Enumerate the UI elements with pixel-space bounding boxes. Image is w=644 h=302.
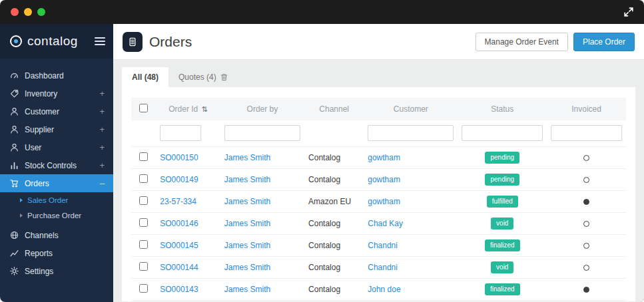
sidebar-item-label: Channels xyxy=(25,231,59,240)
status-badge: pending xyxy=(485,174,519,186)
orders-table: Order Id ⇅ Order by Channel Customer Sta… xyxy=(131,98,626,301)
sidebar-item-reports[interactable]: Reports xyxy=(0,244,113,262)
order-id-link[interactable]: SO000145 xyxy=(160,241,198,250)
sidebar-item-user[interactable]: User + xyxy=(0,138,113,156)
stock-controls-icon xyxy=(10,161,19,170)
customer-link[interactable]: Chandni xyxy=(368,263,398,272)
channel-cell: Amazon EU xyxy=(304,191,364,213)
expand-indicator: + xyxy=(99,124,105,134)
status-filter-input[interactable] xyxy=(462,125,543,141)
sidebar-item-inventory[interactable]: Inventory + xyxy=(0,84,113,102)
status-badge: void xyxy=(491,261,513,273)
caret-icon xyxy=(20,198,23,202)
table-row: 23-57-334 James Smith Amazon EU gowtham … xyxy=(131,191,626,213)
app-window: contalog Dashboard xyxy=(0,0,644,302)
sidebar-item-dashboard[interactable]: Dashboard xyxy=(0,67,113,84)
settings-icon xyxy=(10,267,19,275)
customer-link[interactable]: gowtham xyxy=(368,197,400,206)
sort-icon[interactable]: ⇅ xyxy=(202,105,208,113)
row-checkbox[interactable] xyxy=(139,174,148,183)
row-checkbox[interactable] xyxy=(139,196,148,205)
row-checkbox[interactable] xyxy=(139,262,148,271)
sidebar-item-sales-order[interactable]: Sales Order xyxy=(0,192,113,208)
channel-cell: Contalog xyxy=(304,301,364,302)
order-by-link[interactable]: James Smith xyxy=(224,241,270,250)
channel-cell: Contalog xyxy=(304,147,364,169)
order-by-link[interactable]: James Smith xyxy=(224,175,270,184)
sidebar-item-orders[interactable]: Orders – xyxy=(0,174,113,192)
order-by-link[interactable]: James Smith xyxy=(224,153,270,162)
channels-icon xyxy=(10,231,19,239)
channel-cell: Contalog xyxy=(304,235,364,257)
sidebar-item-settings[interactable]: Settings xyxy=(0,262,113,280)
minimize-window-icon[interactable] xyxy=(24,8,32,16)
order-id-link[interactable]: SO000146 xyxy=(160,219,198,228)
column-invoiced: Invoiced xyxy=(571,104,601,114)
row-checkbox[interactable] xyxy=(139,240,148,249)
sidebar-item-channels[interactable]: Channels xyxy=(0,226,113,244)
order-by-link[interactable]: James Smith xyxy=(224,219,270,228)
supplier-icon xyxy=(10,125,19,134)
invoiced-filter-input[interactable] xyxy=(551,125,622,141)
order-by-link[interactable]: James Smith xyxy=(224,197,270,206)
order-by-link[interactable]: James Smith xyxy=(224,285,270,294)
logo[interactable]: contalog xyxy=(0,24,113,59)
order-id-link[interactable]: SO000149 xyxy=(160,175,198,184)
place-order-button[interactable]: Place Order xyxy=(573,33,635,51)
customer-filter-input[interactable] xyxy=(368,125,454,141)
sidebar-item-label: User xyxy=(25,143,41,152)
customer-link[interactable]: Chad Kay xyxy=(368,219,403,228)
sidebar-item-label: Stock Controls xyxy=(25,161,77,170)
sidebar-item-purchase-order[interactable]: Purchase Order xyxy=(0,208,113,223)
trash-icon[interactable] xyxy=(220,73,228,81)
channel-cell: Contalog xyxy=(304,169,364,191)
order-by-link[interactable]: James Smith xyxy=(224,263,270,272)
order-id-link[interactable]: 23-57-334 xyxy=(160,197,196,206)
tab-all-label: All (48) xyxy=(132,73,159,82)
invoiced-icon xyxy=(583,243,589,249)
orders-page-icon xyxy=(123,32,143,52)
sidebar: contalog Dashboard xyxy=(0,24,113,302)
customer-link[interactable]: John doe xyxy=(368,285,400,294)
invoiced-icon xyxy=(583,265,589,271)
inventory-icon xyxy=(10,89,19,98)
sidebar-item-customer[interactable]: Customer + xyxy=(0,102,113,120)
submenu-item-label: Sales Order xyxy=(27,196,68,204)
manage-order-event-button[interactable]: Manage Order Event xyxy=(476,33,568,51)
order-id-link[interactable]: SO000144 xyxy=(160,263,198,272)
status-badge: void xyxy=(491,218,513,229)
customer-link[interactable]: gowtham xyxy=(368,175,400,184)
tab-quotes[interactable]: Quotes (4) xyxy=(168,67,238,87)
table-row: SO000144 James Smith Contalog Chandni vo… xyxy=(131,257,626,279)
page-title: Orders xyxy=(149,34,192,50)
invoiced-icon xyxy=(583,177,589,183)
tab-quotes-label: Quotes (4) xyxy=(178,73,216,82)
close-window-icon[interactable] xyxy=(11,8,19,16)
customer-link[interactable]: gowtham xyxy=(368,153,400,162)
order-id-link[interactable]: SO000150 xyxy=(160,153,198,162)
customer-link[interactable]: Chandni xyxy=(368,241,398,250)
filter-row xyxy=(131,120,626,147)
table-row: SO000123 James Smith Contalog John quote xyxy=(131,301,626,302)
row-checkbox[interactable] xyxy=(139,218,148,227)
table-row: SO000146 James Smith Contalog Chad Kay v… xyxy=(131,213,626,235)
sidebar-item-stock-controls[interactable]: Stock Controls + xyxy=(0,156,113,174)
menu-toggle-icon[interactable] xyxy=(95,35,105,47)
row-checkbox[interactable] xyxy=(139,152,148,161)
sidebar-menu: Dashboard Inventory + xyxy=(0,59,113,280)
order-id-filter-input[interactable] xyxy=(160,125,201,141)
expand-indicator: + xyxy=(99,160,105,170)
tab-all[interactable]: All (48) xyxy=(122,67,168,87)
column-order-by: Order by xyxy=(247,104,278,114)
zoom-window-icon[interactable] xyxy=(37,8,45,16)
order-by-filter-input[interactable] xyxy=(224,125,300,141)
channel-cell: Contalog xyxy=(304,279,364,301)
order-id-link[interactable]: SO000143 xyxy=(160,285,198,294)
sidebar-item-label: Supplier xyxy=(25,125,54,134)
row-checkbox[interactable] xyxy=(139,284,148,293)
expand-icon[interactable] xyxy=(624,7,633,17)
select-all-checkbox[interactable] xyxy=(139,104,148,112)
dashboard-icon xyxy=(10,71,19,80)
table-row: SO000145 James Smith Contalog Chandni fi… xyxy=(131,235,626,257)
sidebar-item-supplier[interactable]: Supplier + xyxy=(0,120,113,138)
